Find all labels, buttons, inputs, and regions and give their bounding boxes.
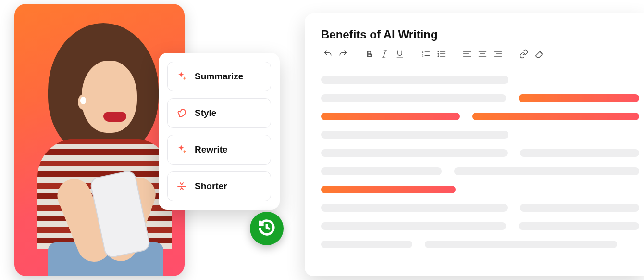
toolbar-group	[460, 48, 505, 62]
editor-panel: Benefits of AI Writing 12	[305, 13, 644, 276]
ai-action-label: Style	[195, 108, 216, 118]
toolbar-group	[362, 48, 407, 62]
toolbar-group	[321, 48, 350, 62]
toolbar-group	[517, 48, 546, 62]
eraser-button[interactable]	[533, 48, 546, 62]
ai-action-label: Summarize	[195, 71, 243, 82]
underline-icon	[395, 49, 405, 61]
ai-action-summarize[interactable]: Summarize	[167, 62, 271, 91]
history-icon	[258, 218, 276, 239]
placeholder-text	[321, 131, 508, 139]
text-line	[321, 149, 639, 157]
text-line	[321, 167, 639, 175]
compress-icon	[175, 180, 188, 192]
ai-action-shorter[interactable]: Shorter	[167, 171, 271, 201]
svg-text:1: 1	[422, 50, 424, 53]
align-center-button[interactable]	[476, 48, 489, 62]
svg-point-11	[438, 55, 439, 57]
placeholder-text	[321, 94, 506, 102]
text-line	[321, 76, 639, 84]
placeholder-text	[454, 167, 639, 175]
link-icon	[519, 49, 529, 61]
italic-button[interactable]	[378, 48, 391, 62]
text-line	[321, 94, 639, 102]
svg-line-3	[384, 51, 386, 57]
placeholder-text	[425, 241, 617, 248]
bold-icon	[364, 49, 374, 61]
placeholder-text	[321, 222, 506, 230]
placeholder-text	[321, 149, 508, 157]
brush-icon	[175, 107, 188, 119]
redo-button[interactable]	[336, 48, 350, 62]
text-line	[321, 113, 639, 120]
text-line	[321, 222, 639, 230]
editor-title: Benefits of AI Writing	[321, 28, 644, 41]
highlighted-text	[321, 186, 456, 193]
sparkle-icon	[175, 70, 188, 83]
history-badge[interactable]	[250, 212, 284, 245]
ai-action-style[interactable]: Style	[167, 98, 271, 128]
highlighted-text	[472, 113, 639, 120]
highlighted-text	[321, 113, 460, 120]
placeholder-text	[321, 167, 442, 175]
ordered-list-icon: 12	[421, 49, 431, 61]
undo-button[interactable]	[321, 48, 334, 62]
highlighted-text	[519, 94, 639, 102]
editor-body	[321, 76, 644, 248]
toolbar-group: 12	[419, 48, 448, 62]
italic-icon	[380, 49, 389, 61]
sparkle-icon	[175, 143, 188, 156]
ai-actions-menu: SummarizeStyleRewriteShorter	[159, 53, 280, 210]
unordered-list-button[interactable]	[434, 48, 448, 62]
eraser-icon	[534, 49, 544, 61]
ai-action-rewrite[interactable]: Rewrite	[167, 135, 271, 165]
placeholder-text	[519, 222, 639, 230]
align-left-button[interactable]	[460, 48, 474, 62]
editor-toolbar: 12	[321, 48, 644, 62]
text-line	[321, 204, 639, 212]
placeholder-text	[321, 241, 412, 248]
underline-button[interactable]	[393, 48, 407, 62]
placeholder-text	[520, 204, 639, 212]
link-button[interactable]	[517, 48, 531, 62]
placeholder-text	[321, 76, 508, 84]
text-line	[321, 241, 639, 248]
svg-point-10	[438, 53, 439, 54]
text-line	[321, 186, 639, 193]
undo-icon	[323, 49, 333, 61]
align-right-icon	[493, 49, 503, 61]
align-left-icon	[462, 49, 472, 61]
ai-action-label: Shorter	[195, 181, 227, 191]
bold-button[interactable]	[362, 48, 376, 62]
align-center-icon	[478, 49, 487, 61]
unordered-list-icon	[436, 49, 446, 61]
svg-text:2: 2	[422, 54, 424, 57]
ai-action-label: Rewrite	[195, 144, 228, 155]
redo-icon	[338, 49, 348, 61]
svg-point-9	[438, 51, 439, 52]
text-line	[321, 131, 639, 139]
placeholder-text	[520, 149, 639, 157]
align-right-button[interactable]	[491, 48, 505, 62]
ordered-list-button[interactable]: 12	[419, 48, 433, 62]
placeholder-text	[321, 204, 508, 212]
